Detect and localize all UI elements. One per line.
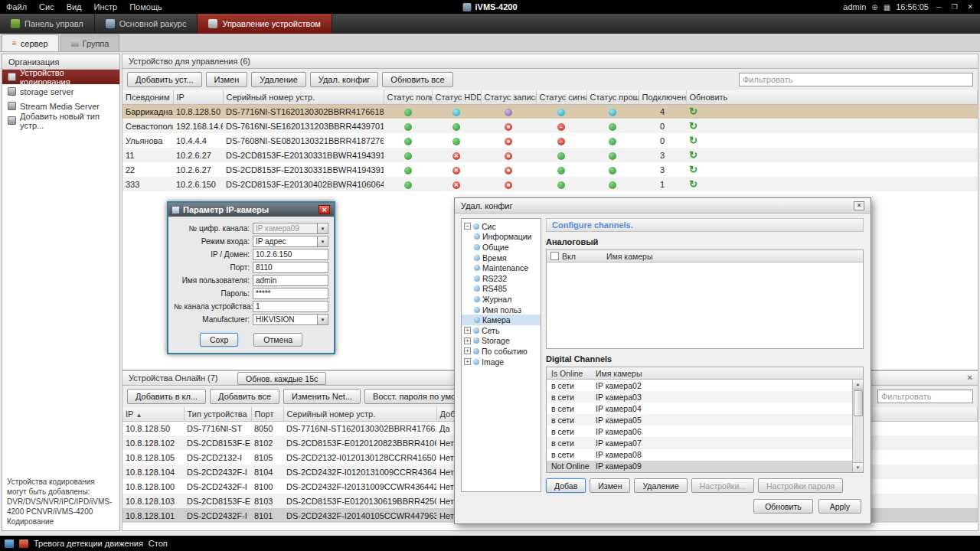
modify-channel-button[interactable]: Измен: [590, 478, 630, 493]
apply-button[interactable]: Apply: [818, 499, 861, 514]
ip-camera-dialog-titlebar[interactable]: Параметр IP-камеры ✕: [168, 203, 334, 217]
col-serial[interactable]: Серийный номер устр.: [223, 90, 384, 104]
current-user[interactable]: admin: [843, 2, 866, 11]
username-input[interactable]: [253, 275, 328, 286]
expand-icon[interactable]: +: [464, 327, 471, 334]
scroll-up-icon[interactable]: ▲: [853, 380, 864, 390]
menu-view[interactable]: Вид: [60, 2, 88, 11]
expand-icon[interactable]: +: [464, 347, 471, 354]
adding-mode-select[interactable]: IP адрес: [253, 236, 328, 247]
menu-file[interactable]: Файл: [0, 2, 33, 11]
col-hdd-status[interactable]: Статус HDD: [432, 90, 481, 104]
col-online-serial[interactable]: Серийный номер устр.: [283, 407, 436, 421]
tree-item[interactable]: RS232: [462, 273, 541, 284]
password-input[interactable]: [253, 288, 328, 299]
settings-button[interactable]: Настройки...: [691, 478, 754, 493]
refresh-all-button[interactable]: Обновить все: [382, 72, 452, 87]
tree-item[interactable]: Камера: [462, 315, 541, 325]
auto-refresh-button[interactable]: Обнов. каждые 15с: [237, 372, 326, 385]
digital-scrollbar[interactable]: ▲ ▼: [852, 380, 863, 472]
digital-channel-row[interactable]: Not OnlineIP камера09: [547, 461, 863, 472]
maximize-button[interactable]: ❒: [949, 3, 959, 11]
menu-tools[interactable]: Инстр: [88, 2, 124, 11]
tree-item[interactable]: +По событию: [462, 346, 541, 357]
col-device-type[interactable]: Тип устройства: [184, 407, 251, 421]
tree-item[interactable]: Maintenance: [462, 262, 541, 273]
grid-icon[interactable]: ▦: [884, 3, 890, 11]
digital-channel-row[interactable]: в сетиIP камера08: [547, 449, 863, 461]
refresh-device-icon[interactable]: ↻: [689, 120, 697, 132]
digital-channel-row[interactable]: в сетиIP камера03: [547, 391, 863, 403]
tree-item[interactable]: +Сеть: [462, 325, 541, 336]
close-icon[interactable]: ✕: [318, 205, 330, 214]
alarm-icon[interactable]: [19, 540, 28, 548]
add-all-button[interactable]: Добавить все: [210, 389, 279, 404]
tree-item[interactable]: +Image: [462, 357, 541, 367]
col-record-status[interactable]: Статус записи: [481, 90, 536, 104]
tab-device-management[interactable]: Управление устройством: [198, 14, 332, 34]
ip-domain-input[interactable]: [253, 249, 328, 260]
collapse-icon[interactable]: −: [464, 223, 471, 230]
menu-help[interactable]: Помощь: [123, 2, 168, 11]
refresh-button[interactable]: Обновить: [753, 499, 813, 514]
modify-device-button[interactable]: Измен: [206, 72, 248, 87]
manufacturer-select[interactable]: HIKVISION: [253, 314, 328, 325]
tree-item[interactable]: Информации: [462, 232, 541, 243]
save-button[interactable]: Сохр: [200, 333, 238, 347]
tree-item[interactable]: Время: [462, 253, 541, 263]
add-device-button[interactable]: Добавить уст...: [127, 72, 202, 87]
tree-item[interactable]: +Storage: [462, 336, 541, 347]
col-online-ip[interactable]: IP▲: [122, 407, 184, 421]
digital-channel-row[interactable]: в сетиIP камера05: [547, 414, 863, 425]
delete-channel-button[interactable]: Удаление: [634, 478, 687, 493]
col-alias[interactable]: Псевдоним▲: [122, 90, 173, 104]
online-filter-input[interactable]: [877, 390, 973, 403]
digital-channel-row[interactable]: в сетиIP камера02: [547, 380, 863, 391]
globe-icon[interactable]: ⊕: [871, 3, 877, 11]
refresh-device-icon[interactable]: ↻: [689, 178, 697, 190]
tree-item[interactable]: Журнал: [462, 294, 541, 305]
modify-netinfo-button[interactable]: Изменить Net...: [283, 389, 361, 404]
minimize-button[interactable]: ─: [934, 3, 943, 11]
delete-device-button[interactable]: Удаление: [251, 72, 306, 87]
add-channel-button[interactable]: Добав: [546, 478, 586, 493]
tree-item[interactable]: Имя польз: [462, 305, 541, 315]
sidebar-item-add-device-type[interactable]: Добавить новый тип устр...: [2, 113, 119, 128]
refresh-device-icon[interactable]: ↻: [689, 149, 697, 161]
port-input[interactable]: [253, 262, 328, 273]
refresh-device-icon[interactable]: ↻: [689, 164, 697, 175]
menu-system[interactable]: Сис: [33, 2, 60, 11]
sidebar-item-encoding-device[interactable]: Устройство кодирования: [2, 70, 119, 84]
tree-item[interactable]: Общие: [462, 242, 541, 253]
digital-channel-row[interactable]: в сетиIP камера04: [547, 403, 863, 414]
add-to-client-button[interactable]: Добавить в кл...: [127, 389, 206, 404]
digital-channel-row[interactable]: в сетиIP камера06: [547, 425, 863, 437]
scroll-down-icon[interactable]: ▼: [853, 462, 864, 472]
expand-icon[interactable]: +: [464, 358, 471, 365]
device-row[interactable]: Ульянова10.4.4.4DS-7608NI-SE0820130321BB…: [122, 133, 978, 148]
cancel-button[interactable]: Отмена: [253, 333, 302, 347]
col-port[interactable]: Порт: [251, 407, 283, 421]
expand-icon[interactable]: +: [464, 337, 471, 344]
tree-item[interactable]: −Сис: [462, 221, 541, 232]
subtab-server[interactable]: ≡сервер: [2, 34, 59, 51]
col-firmware-status[interactable]: Статус проши...: [586, 90, 639, 104]
device-row[interactable]: 1110.2.6.27DS-2CD8153F-E20130331BBWR4194…: [122, 148, 978, 162]
enable-all-checkbox[interactable]: [550, 252, 559, 260]
tab-control-panel[interactable]: Панель управл: [0, 14, 95, 34]
remote-config-titlebar[interactable]: Удал. конфиг ✕: [455, 198, 871, 214]
scroll-thumb[interactable]: [854, 390, 863, 416]
device-row[interactable]: Баррикадная10.8.128.50DS-7716NI-ST162013…: [122, 104, 978, 119]
close-icon[interactable]: ✕: [854, 201, 864, 210]
col-signal-status[interactable]: Статус сигнала: [536, 90, 586, 104]
close-button[interactable]: ✕: [965, 3, 975, 11]
col-user-status[interactable]: Статус пользо...: [384, 90, 432, 104]
device-row[interactable]: Севастопольс...192.168.14.60DS-7616NI-SE…: [122, 119, 978, 133]
tree-item[interactable]: RS485: [462, 284, 541, 295]
sidebar-item-storage-server[interactable]: storage server: [2, 84, 119, 99]
device-row[interactable]: 2210.2.6.27DS-2CD8153F-E20130331BBWR4194…: [122, 162, 978, 177]
col-refresh[interactable]: Обновить: [686, 90, 978, 104]
password-settings-button[interactable]: Настройки пароля: [758, 478, 843, 493]
remote-config-button[interactable]: Удал. конфиг: [310, 72, 379, 87]
digital-channel-row[interactable]: в сетиIP камера07: [547, 437, 863, 448]
